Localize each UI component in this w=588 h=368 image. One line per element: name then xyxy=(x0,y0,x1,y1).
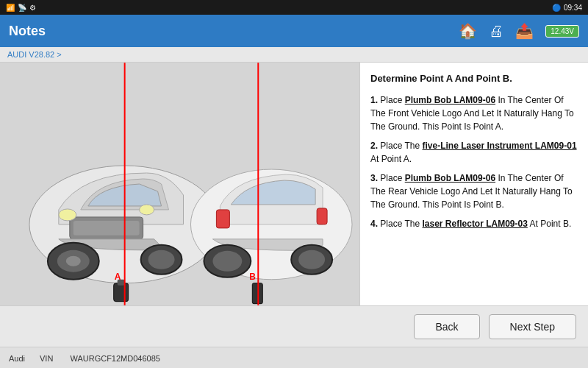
vehicle-vin: VIN WAURGCF12MD046085 xyxy=(40,354,175,363)
status-icons-left: 📶 📡 ⚙ xyxy=(6,4,36,12)
vehicle-image-area: A xyxy=(0,63,360,305)
breadcrumb: AUDI V28.82 > xyxy=(0,47,588,63)
vin-value: WAURGCF12MD046085 xyxy=(70,354,159,363)
svg-point-4 xyxy=(59,209,76,221)
svg-rect-17 xyxy=(317,208,327,224)
step-3: 3. Place Plumb Bob LAM09-06 In The Cente… xyxy=(370,171,578,211)
step-2: 2. Place The five-Line Laser Instrument … xyxy=(370,139,578,166)
signal-icon: 📡 xyxy=(18,4,26,12)
footer-info: Audi VIN WAURGCF12MD046085 xyxy=(0,347,588,368)
header: Notes 🏠 🖨 📤 12.43V xyxy=(0,15,588,47)
battery-voltage: 12.43V xyxy=(545,25,579,38)
breadcrumb-link[interactable]: AUDI V28.82 > xyxy=(7,50,62,59)
share-icon[interactable]: 📤 xyxy=(515,22,534,40)
instructions-text-area: Determine Point A And Point B. 1. Place … xyxy=(360,63,588,305)
svg-text:A: A xyxy=(115,272,121,282)
back-button[interactable]: Back xyxy=(414,314,479,339)
step-4: 4. Place The laser Reflector LAM09-03 At… xyxy=(370,217,578,230)
time-display: 09:34 xyxy=(564,4,582,12)
svg-point-8 xyxy=(66,256,81,266)
bluetooth-icon-right: 🔵 xyxy=(552,4,561,12)
main-content: A xyxy=(0,63,588,305)
svg-rect-3 xyxy=(74,221,140,236)
vehicle-make: Audi xyxy=(9,354,25,363)
svg-point-10 xyxy=(148,250,175,269)
cars-svg: A xyxy=(0,63,359,305)
svg-rect-16 xyxy=(216,210,229,228)
instructions-heading: Determine Point A And Point B. xyxy=(370,71,578,86)
home-icon[interactable]: 🏠 xyxy=(459,22,477,40)
svg-point-21 xyxy=(298,250,325,269)
bluetooth-icon: ⚙ xyxy=(29,4,36,12)
svg-point-5 xyxy=(140,205,154,215)
print-icon[interactable]: 🖨 xyxy=(489,23,503,40)
header-icons: 🏠 🖨 📤 12.43V xyxy=(459,22,579,40)
svg-text:B: B xyxy=(249,272,256,282)
step-1: 1. Place Plumb Bob LAM09-06 In The Cente… xyxy=(370,93,578,133)
status-icons-right: 🔵 09:34 xyxy=(552,4,582,12)
car-image-container: A xyxy=(0,63,359,305)
page-title: Notes xyxy=(9,24,46,39)
svg-rect-11 xyxy=(114,283,129,302)
vin-label: VIN xyxy=(40,354,55,363)
wifi-icon: 📶 xyxy=(6,4,15,12)
next-step-button[interactable]: Next Step xyxy=(489,314,576,339)
svg-point-19 xyxy=(212,251,242,272)
status-bar: 📶 📡 ⚙ 🔵 09:34 xyxy=(0,0,588,15)
buttons-area: Back Next Step xyxy=(0,305,588,347)
